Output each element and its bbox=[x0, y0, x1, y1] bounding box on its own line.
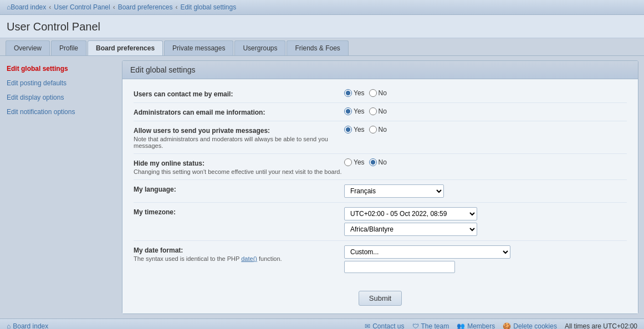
row-private-messages: Allow users to send you private messages… bbox=[134, 121, 627, 154]
radio-contact-yes-input[interactable] bbox=[344, 89, 352, 97]
region-select[interactable]: Africa/Blantyre bbox=[344, 223, 477, 236]
breadcrumb-sep-1: ‹ bbox=[49, 3, 51, 11]
tab-profile[interactable]: Profile bbox=[51, 40, 86, 55]
content-panel: Edit global settings Users can contact m… bbox=[122, 60, 638, 314]
breadcrumb-sep-3: ‹ bbox=[175, 3, 177, 11]
sidebar-item-edit-display[interactable]: Edit display options bbox=[0, 90, 122, 105]
content-panel-body: Users can contact me by email: Yes No Ad… bbox=[122, 79, 638, 283]
page-title-bar: User Control Panel bbox=[0, 15, 644, 38]
date-format-select[interactable]: Custom... bbox=[344, 245, 510, 259]
control-hide-online: Yes No bbox=[344, 158, 627, 166]
radio-pm-no[interactable]: No bbox=[369, 126, 387, 133]
radio-pm-no-input[interactable] bbox=[369, 126, 377, 133]
date-format-input[interactable]: D d M Y H:i bbox=[344, 261, 455, 273]
control-timezone: UTC+02:00 - 05 Oct 2022, 08:59 Africa/Bl… bbox=[344, 207, 627, 236]
breadcrumb-board-index[interactable]: Board index bbox=[11, 3, 46, 11]
tab-board-preferences[interactable]: Board preferences bbox=[88, 40, 163, 55]
label-private-messages: Allow users to send you private messages… bbox=[134, 126, 344, 149]
label-contact-email: Users can contact me by email: bbox=[134, 89, 344, 98]
subtext-date-format: The syntax used is identical to the PHP … bbox=[134, 255, 344, 262]
tz-selects: UTC+02:00 - 05 Oct 2022, 08:59 Africa/Bl… bbox=[344, 207, 477, 236]
breadcrumb-bar: ⌂ Board index ‹ User Control Panel ‹ Boa… bbox=[0, 0, 644, 15]
footer-bar: ⌂ Board index ✉ Contact us 🛡 The team 👥 … bbox=[0, 318, 644, 329]
radio-admin-no-input[interactable] bbox=[369, 107, 377, 115]
footer-contact[interactable]: ✉ Contact us bbox=[365, 322, 404, 329]
footer-members[interactable]: 👥 Members bbox=[457, 322, 495, 329]
row-contact-email: Users can contact me by email: Yes No bbox=[134, 85, 627, 103]
main-content: Edit global settings Edit posting defaul… bbox=[0, 56, 644, 318]
page-title: User Control Panel bbox=[7, 20, 637, 33]
label-timezone: My timezone: bbox=[134, 207, 344, 216]
subtext-hide-online: Changing this setting won't become effec… bbox=[134, 168, 344, 175]
footer-right: ✉ Contact us 🛡 The team 👥 Members 🍪 Dele… bbox=[365, 322, 637, 329]
breadcrumb-ucp[interactable]: User Control Panel bbox=[54, 3, 110, 11]
breadcrumb-board-prefs[interactable]: Board preferences bbox=[118, 3, 173, 11]
sidebar: Edit global settings Edit posting defaul… bbox=[0, 56, 122, 318]
breadcrumb-edit-global[interactable]: Edit global settings bbox=[180, 3, 236, 11]
date-format-selects: Custom... D d M Y H:i bbox=[344, 245, 510, 273]
radio-contact-yes[interactable]: Yes bbox=[344, 89, 365, 97]
label-hide-online: Hide my online status: Changing this set… bbox=[134, 158, 344, 175]
radio-contact-no-input[interactable] bbox=[369, 89, 377, 97]
footer-timezone-info: All times are UTC+02:00 bbox=[565, 322, 637, 329]
radio-contact-no[interactable]: No bbox=[369, 89, 387, 97]
radio-hide-yes-input[interactable] bbox=[344, 158, 352, 166]
content-panel-title: Edit global settings bbox=[122, 61, 638, 79]
date-function-link[interactable]: date() bbox=[241, 255, 257, 262]
row-timezone: My timezone: UTC+02:00 - 05 Oct 2022, 08… bbox=[134, 203, 627, 241]
breadcrumb-sep-2: ‹ bbox=[113, 3, 115, 11]
radio-admin-yes-input[interactable] bbox=[344, 107, 352, 115]
submit-button[interactable]: Submit bbox=[359, 291, 402, 306]
tab-usergroups[interactable]: Usergroups bbox=[234, 40, 285, 55]
cookie-icon: 🍪 bbox=[503, 322, 511, 329]
radio-admin-no[interactable]: No bbox=[369, 107, 387, 115]
submit-row: Submit bbox=[122, 283, 638, 313]
members-icon: 👥 bbox=[457, 322, 465, 329]
radio-pm-yes-input[interactable] bbox=[344, 126, 352, 133]
row-language: My language: Français bbox=[134, 180, 627, 203]
footer-board-index[interactable]: ⌂ Board index bbox=[7, 322, 48, 329]
control-language: Français bbox=[344, 184, 627, 198]
radio-hide-no[interactable]: No bbox=[369, 158, 387, 166]
radio-admin-yes[interactable]: Yes bbox=[344, 107, 365, 115]
tabs-bar: Overview Profile Board preferences Priva… bbox=[0, 38, 644, 56]
tab-friends-foes[interactable]: Friends & Foes bbox=[287, 40, 348, 55]
control-admin-email: Yes No bbox=[344, 107, 627, 115]
radio-hide-no-input[interactable] bbox=[369, 158, 377, 166]
sidebar-item-edit-posting[interactable]: Edit posting defaults bbox=[0, 76, 122, 90]
row-date-format: My date format: The syntax used is ident… bbox=[134, 241, 627, 277]
shield-icon: 🛡 bbox=[412, 322, 419, 329]
envelope-icon: ✉ bbox=[365, 322, 370, 329]
label-date-format: My date format: The syntax used is ident… bbox=[134, 245, 344, 262]
label-language: My language: bbox=[134, 184, 344, 193]
language-select[interactable]: Français bbox=[344, 184, 444, 198]
sidebar-item-edit-global[interactable]: Edit global settings bbox=[0, 61, 122, 76]
row-admin-email: Administrators can email me information:… bbox=[134, 103, 627, 121]
label-admin-email: Administrators can email me information: bbox=[134, 107, 344, 116]
control-date-format: Custom... D d M Y H:i bbox=[344, 245, 627, 273]
tab-private-messages[interactable]: Private messages bbox=[164, 40, 233, 55]
control-private-messages: Yes No bbox=[344, 126, 627, 133]
tab-overview[interactable]: Overview bbox=[6, 40, 50, 55]
radio-pm-yes[interactable]: Yes bbox=[344, 126, 365, 133]
timezone-select[interactable]: UTC+02:00 - 05 Oct 2022, 08:59 bbox=[344, 207, 477, 220]
radio-hide-yes[interactable]: Yes bbox=[344, 158, 365, 166]
subtext-private-messages: Note that administrators and moderators … bbox=[134, 136, 344, 149]
sidebar-item-edit-notification[interactable]: Edit notification options bbox=[0, 105, 122, 119]
footer-team[interactable]: 🛡 The team bbox=[412, 322, 449, 329]
control-contact-email: Yes No bbox=[344, 89, 627, 97]
footer-left: ⌂ Board index bbox=[7, 322, 48, 329]
home-icon-footer: ⌂ bbox=[7, 322, 11, 329]
footer-delete-cookies[interactable]: 🍪 Delete cookies bbox=[503, 322, 557, 329]
home-icon: ⌂ bbox=[7, 3, 11, 11]
row-hide-online: Hide my online status: Changing this set… bbox=[134, 154, 627, 180]
